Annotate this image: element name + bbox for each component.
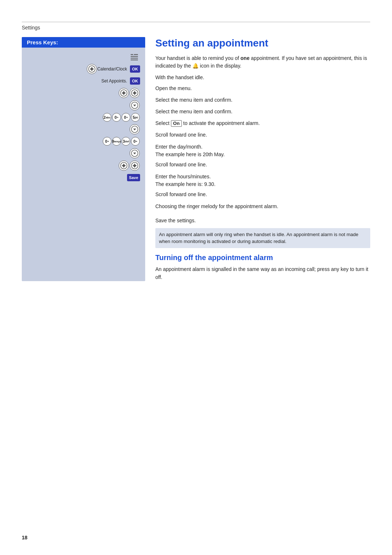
num-key-5: 5jkl	[131, 113, 140, 122]
key-row-time: 0+ 9wxyz 3def 0+	[25, 135, 142, 147]
section-header: Settings	[22, 22, 370, 31]
svg-point-40	[134, 165, 135, 166]
step-hours-min: Enter the hours/minutes.The example here…	[155, 171, 216, 188]
bell-icon: 🔔	[192, 63, 199, 69]
key-row-menu	[25, 51, 142, 63]
step-ringer: Choosing the ringer melody for the appoi…	[155, 201, 278, 210]
note-text: An appointment alarm will only ring when…	[159, 232, 358, 244]
step-idle: With the handset idle.	[155, 74, 370, 81]
sub-title: Turning off the appointment alarm	[155, 253, 370, 262]
page-number: 18	[22, 535, 28, 540]
right-panel: Setting an appointment Your handset is a…	[145, 37, 370, 281]
nav-circle-icon	[87, 64, 97, 74]
step-save: Save the settings.	[155, 215, 196, 224]
key-row-calendar: Calendar/Clock OK	[25, 63, 142, 75]
ok-button-1: OK	[130, 65, 140, 73]
svg-marker-24	[133, 105, 136, 106]
key-row-ringer	[25, 159, 142, 172]
svg-rect-3	[131, 58, 138, 58]
nav-circle-icon-2	[119, 88, 129, 98]
main-title: Setting an appointment	[155, 37, 370, 49]
nav-down-icon-3	[130, 148, 140, 158]
ok-button-2: OK	[130, 77, 140, 85]
step-scroll1: Scroll forward one line.	[155, 130, 207, 139]
left-panel: Press Keys:	[22, 37, 145, 281]
svg-rect-1	[134, 54, 138, 55]
menu-icon	[128, 53, 140, 61]
key-row-scroll3	[25, 147, 142, 159]
key-row-set-appoints: Set Appoints. OK	[25, 75, 142, 87]
num-key-0b: 0+	[122, 113, 130, 122]
num-key-0d: 0+	[131, 137, 140, 146]
svg-point-16	[123, 92, 124, 94]
intro-text: Your handset is able to remind you of on…	[155, 54, 370, 70]
page-container: Settings Press Keys:	[0, 0, 392, 310]
content-area: Press Keys:	[22, 37, 370, 281]
step-set-appoints: Select the menu item and confirm.	[155, 106, 232, 116]
key-row-nav-pair	[25, 87, 142, 99]
sub-body: An appointment alarm is signalled in the…	[155, 266, 370, 281]
key-row-save: Save	[25, 172, 142, 183]
key-row-scroll2	[25, 123, 142, 135]
step-scroll3: Scroll forward one line.	[155, 189, 207, 198]
svg-rect-4	[131, 60, 138, 60]
svg-marker-28	[133, 153, 136, 154]
key-row-scroll1	[25, 99, 142, 112]
nav-circle-icon-4	[119, 161, 129, 171]
svg-point-22	[134, 92, 135, 94]
svg-marker-26	[133, 129, 136, 130]
save-button: Save	[127, 174, 140, 181]
step-day-month: Enter the day/month.The example here is …	[155, 142, 225, 158]
steps-wrapper: Open the menu. Select the menu item and …	[155, 82, 370, 225]
svg-point-34	[123, 165, 124, 166]
num-key-2: 2abc	[103, 113, 111, 122]
key-row-date: 2abc 0+ 0+ 5jkl	[25, 112, 142, 123]
press-keys-header: Press Keys:	[22, 37, 145, 48]
note-box: An appointment alarm will only ring when…	[155, 228, 370, 248]
num-key-0c: 0+	[103, 137, 111, 146]
on-indicator: On	[171, 120, 182, 127]
set-appoints-label: Set Appoints.	[101, 78, 127, 84]
section-label: Settings	[22, 25, 40, 31]
svg-rect-2	[131, 56, 138, 57]
step-scroll2: Scroll forward one line.	[155, 159, 207, 169]
nav-down-icon-2	[130, 124, 140, 134]
keys-body: Calendar/Clock OK Set Appoints. OK	[22, 48, 145, 191]
step-select-on: Select On to activate the appointment al…	[155, 118, 260, 127]
nav-circle-icon-5	[130, 161, 140, 171]
num-key-0a: 0+	[112, 113, 121, 122]
svg-rect-0	[131, 54, 133, 55]
calendar-clock-label: Calendar/Clock	[97, 66, 127, 72]
svg-point-10	[91, 68, 93, 70]
num-key-9: 9wxyz	[112, 137, 121, 146]
nav-down-icon-1	[130, 100, 140, 110]
nav-circle-icon-3	[130, 88, 140, 98]
num-key-3: 3def	[122, 137, 130, 146]
step-calendar: Select the menu item and confirm.	[155, 95, 232, 104]
step-open-menu: Open the menu.	[155, 83, 192, 92]
